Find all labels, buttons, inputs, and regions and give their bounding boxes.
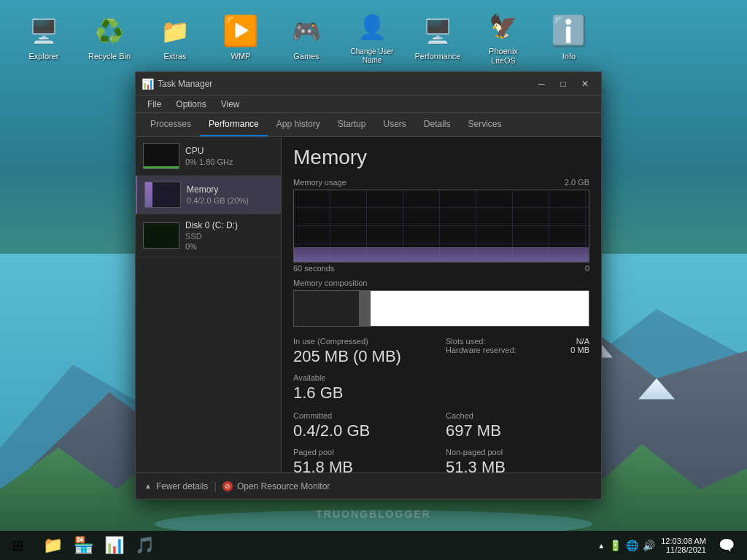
tab-services[interactable]: Services (460, 113, 511, 136)
taskbar-store[interactable]: 🏪 (69, 531, 98, 560)
maximize-button[interactable]: □ (553, 76, 573, 92)
clock-date: 11/28/2021 (661, 545, 706, 554)
extras-label: Extras (163, 52, 186, 61)
chevron-up-icon: ▲ (144, 482, 152, 490)
cached-value: 697 MB (446, 421, 589, 440)
stat-non-paged: Non-paged pool 51.3 MB (446, 448, 589, 472)
desktop-icon-recycle-bin[interactable]: ♻️ Recycle Bin (80, 11, 139, 64)
memory-name: Memory (187, 184, 274, 195)
tray-battery-icon: 🔋 (609, 540, 622, 551)
desktop-icon-wmp[interactable]: ▶️ WMP (212, 11, 270, 64)
graph-max: 2.0 GB (565, 178, 589, 187)
tab-processes[interactable]: Processes (142, 113, 200, 136)
close-button[interactable]: ✕ (575, 76, 595, 92)
in-use-label: In use (Compressed) (293, 337, 437, 346)
memory-sub: 0.4/2.0 GB (20%) (187, 196, 274, 205)
menu-options[interactable]: Options (170, 98, 212, 111)
perf-item-cpu[interactable]: CPU 0% 1.80 GHz (136, 137, 281, 176)
desktop-icon-info[interactable]: ℹ️ Info (540, 11, 598, 64)
tab-startup[interactable]: Startup (329, 113, 375, 136)
desktop-icon-change-user[interactable]: 👤 Change User Name (343, 7, 401, 68)
menu-file[interactable]: File (142, 98, 167, 111)
watermark: TRUONGBLOGGER (316, 508, 430, 520)
composition-in-use (294, 291, 359, 326)
memory-stats: In use (Compressed) 205 MB (0 MB) Availa… (293, 337, 589, 472)
info-icon: ℹ️ (551, 14, 587, 49)
cpu-sub: 0% 1.80 GHz (185, 158, 274, 166)
performance-icon: 🖥️ (420, 14, 455, 49)
cached-label: Cached (446, 411, 589, 420)
left-panel: CPU 0% 1.80 GHz Memory 0.4/2.0 GB (20%) (136, 137, 282, 472)
wmp-label: WMP (231, 52, 251, 61)
menu-bar: File Options View (136, 96, 601, 113)
memory-info: Memory 0.4/2.0 GB (20%) (187, 184, 274, 205)
tray-chevron-icon[interactable]: ▲ (597, 542, 605, 550)
fewer-details-button[interactable]: ▲ Fewer details (144, 481, 208, 491)
window-controls: ─ □ ✕ (531, 76, 595, 92)
desktop-icon-explorer[interactable]: 🖥️ Explorer (15, 11, 73, 64)
desktop-icon-phoenix[interactable]: 🦅 Phoenix LiteOS (474, 6, 533, 69)
tab-performance[interactable]: Performance (200, 113, 268, 136)
tray-icons: ▲ 🔋 🌐 🔊 (597, 540, 655, 551)
available-value: 1.6 GB (293, 384, 437, 402)
composition-modified (359, 291, 371, 326)
desktop-icon-games[interactable]: 🎮 Games (277, 11, 336, 64)
memory-graph-fill (294, 247, 589, 262)
clock-display[interactable]: 12:03:08 AM 11/28/2021 (661, 537, 706, 554)
available-label: Available (293, 373, 437, 382)
wmp-icon: ▶️ (223, 14, 258, 49)
stat-in-use: In use (Compressed) 205 MB (0 MB) (293, 337, 437, 366)
games-label: Games (293, 52, 319, 61)
memory-thumbnail (144, 182, 181, 208)
taskbar-pinned-items: 📁 🏪 📊 🎵 (35, 531, 162, 560)
paged-pool-value: 51.8 MB (293, 458, 437, 472)
desktop-icons-bar: 🖥️ Explorer ♻️ Recycle Bin 📁 Extras ▶️ W… (0, 0, 747, 74)
disk-name: Disk 0 (C: D:) (185, 220, 274, 230)
stats-left: In use (Compressed) 205 MB (0 MB) Availa… (293, 337, 437, 402)
disk-thumbnail (143, 222, 179, 249)
composition-standby (371, 291, 459, 326)
change-user-label: Change User Name (346, 47, 398, 65)
memory-graph-section: Memory usage 2.0 GB 60 seconds 0 (293, 178, 589, 273)
disk-info: Disk 0 (C: D:) SSD 0% (185, 220, 274, 251)
tab-details[interactable]: Details (415, 113, 460, 136)
tab-users[interactable]: Users (374, 113, 414, 136)
stats-right: Slots used: N/A Hardware reserved: 0 MB (446, 337, 589, 402)
graph-header: Memory usage 2.0 GB (293, 178, 589, 187)
slots-label: Slots used: (446, 337, 485, 346)
taskbar: ⊞ 📁 🏪 📊 🎵 ▲ 🔋 🌐 🔊 12:03:08 AM 11/28/2021… (0, 531, 747, 560)
disk-type: SSD (185, 232, 274, 241)
perf-item-disk[interactable]: Disk 0 (C: D:) SSD 0% (136, 214, 281, 257)
notification-button[interactable]: 🗨️ (712, 531, 741, 560)
right-panel: Memory Memory usage 2.0 GB 60 seconds 0 (282, 137, 601, 472)
open-resource-monitor-label: Open Resource Monitor (237, 481, 330, 491)
change-user-icon: 👤 (355, 9, 390, 44)
taskbar-file-explorer[interactable]: 📁 (38, 531, 67, 560)
start-button[interactable]: ⊞ (0, 531, 35, 560)
in-use-value: 205 MB (0 MB) (293, 347, 437, 366)
hw-reserved-value: 0 MB (570, 346, 589, 354)
graph-label: Memory usage (293, 178, 347, 187)
open-resource-monitor-button[interactable]: ⊘ Open Resource Monitor (222, 481, 330, 491)
tray-network-icon: 🌐 (626, 540, 638, 551)
resource-monitor-icon: ⊘ (222, 481, 233, 491)
performance-label: Performance (415, 52, 461, 61)
desktop-icon-performance[interactable]: 🖥️ Performance (409, 11, 467, 64)
taskbar-music[interactable]: 🎵 (130, 531, 159, 560)
perf-item-memory[interactable]: Memory 0.4/2.0 GB (20%) (136, 176, 281, 214)
desktop-icon-extras[interactable]: 📁 Extras (146, 11, 204, 64)
titlebar: 📊 Task Manager ─ □ ✕ (136, 72, 601, 96)
menu-view[interactable]: View (215, 98, 246, 111)
hw-reserved-label: Hardware reserved: (446, 346, 516, 354)
minimize-button[interactable]: ─ (531, 76, 551, 92)
memory-usage-graph (293, 190, 589, 262)
tm-footer: ▲ Fewer details | ⊘ Open Resource Monito… (136, 472, 601, 499)
hw-reserved-row: Hardware reserved: 0 MB (446, 346, 589, 354)
composition-free (459, 291, 589, 326)
taskbar-graph[interactable]: 📊 (99, 531, 128, 560)
task-manager-window: 📊 Task Manager ─ □ ✕ File Options View P… (135, 71, 602, 499)
slots-row: Slots used: N/A (446, 337, 589, 346)
cpu-info: CPU 0% 1.80 GHz (185, 146, 274, 166)
composition-label: Memory composition (293, 279, 589, 287)
tab-app-history[interactable]: App history (268, 113, 329, 136)
